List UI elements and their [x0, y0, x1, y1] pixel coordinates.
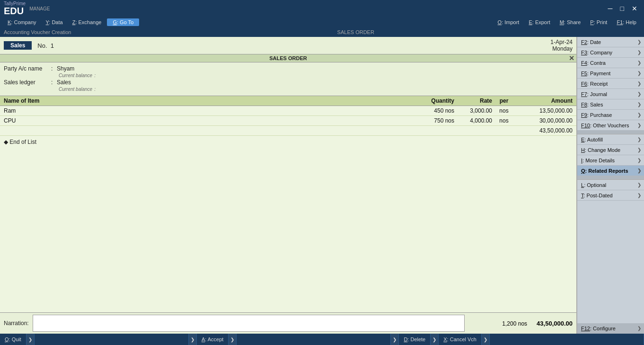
sidebar-spacer	[577, 201, 644, 323]
item-amount-ram: 13,50,000.00	[516, 107, 573, 114]
sidebar-f5-payment[interactable]: F5: Payment ❯	[577, 68, 644, 79]
bottom-spacer-3	[490, 334, 644, 345]
title-bar: TallyPrime EDU MANAGE ─ □ ✕	[0, 0, 644, 17]
party-name-value: Shyam	[57, 65, 74, 72]
menu-import[interactable]: O: Import	[494, 18, 523, 26]
manage-label: MANAGE	[29, 6, 50, 11]
minimize-button[interactable]: ─	[605, 4, 616, 13]
menu-data[interactable]: Y: Data	[42, 18, 67, 26]
item-per-ram: nos	[492, 107, 516, 114]
narration-input[interactable]	[33, 315, 465, 332]
sales-ledger-label: Sales ledger	[4, 79, 51, 86]
sales-current-balance: Current balance	[57, 87, 92, 92]
total-amount: 43,50,000.00	[537, 320, 573, 327]
sales-ledger-row: Sales ledger : Sales	[4, 79, 573, 86]
item-amount-cpu: 30,00,000.00	[516, 117, 573, 124]
bottom-spacer-2	[237, 334, 391, 345]
restore-button[interactable]: □	[618, 4, 627, 13]
accept-arrow-right[interactable]: ❯	[229, 334, 237, 345]
party-name-row: Party A/c name : Shyam	[4, 65, 573, 72]
sidebar-f10-other-vouchers[interactable]: F10: Other Vouchers ❯	[577, 120, 644, 131]
bottom-cancel-vch[interactable]: X: Cancel Vch	[439, 334, 482, 345]
item-rate-cpu: 4,000.00	[454, 117, 492, 124]
col-rate-header: Rate	[454, 97, 492, 104]
app-branding: TallyPrime EDU	[4, 1, 26, 16]
bottom-accept[interactable]: A: Accept	[197, 334, 229, 345]
subtotal-amount: 43,50,000.00	[516, 127, 573, 134]
menu-help[interactable]: F1: Help	[613, 18, 640, 26]
quit-arrow[interactable]: ❯	[26, 334, 35, 345]
subtotal-row: 43,50,000.00	[0, 126, 576, 136]
accept-arrow-left[interactable]: ❯	[189, 334, 197, 345]
col-amount-header: Amount	[516, 97, 573, 104]
table-header: Name of Item Quantity Rate per Amount	[0, 96, 576, 106]
bottom-quit[interactable]: Q: Quit	[0, 334, 26, 345]
menu-share[interactable]: M: Share	[556, 18, 585, 26]
sidebar-divider-2	[577, 176, 644, 180]
party-name-label: Party A/c name	[4, 65, 51, 72]
bottom-spacer-1	[35, 334, 189, 345]
sidebar-f12-configure[interactable]: F12: Configure ❯	[577, 323, 644, 334]
col-per-header: per	[492, 97, 516, 104]
sidebar-f2-date[interactable]: F2: Date ❯	[577, 37, 644, 47]
menu-goto[interactable]: G: Go To	[107, 18, 139, 26]
window-controls: ─ □ ✕	[605, 4, 640, 13]
menu-exchange[interactable]: Z: Exchange	[69, 18, 106, 26]
sidebar-divider-1	[577, 131, 644, 134]
table-row[interactable]: CPU 750 nos 4,000.00 nos 30,00,000.00	[0, 116, 576, 126]
title-bar-left: TallyPrime EDU MANAGE	[4, 1, 53, 16]
sales-order-header: SALES ORDER ✕	[0, 54, 576, 62]
item-qty-cpu: 750 nos	[407, 117, 454, 124]
delete-arrow-right[interactable]: ❯	[431, 334, 439, 345]
items-table: Name of Item Quantity Rate per Amount Ra…	[0, 96, 576, 312]
voucher-no-label: No. 1	[37, 42, 54, 49]
item-name-cpu: CPU	[4, 117, 407, 124]
menu-print[interactable]: P: Print	[586, 18, 611, 26]
close-icon[interactable]: ✕	[569, 54, 574, 62]
sidebar-i-more-details[interactable]: I: More Details ❯	[577, 155, 644, 166]
main-layout: Sales No. 1 1-Apr-24 Monday SALES ORDER …	[0, 37, 644, 334]
content-area: Sales No. 1 1-Apr-24 Monday SALES ORDER …	[0, 37, 577, 334]
narration-totals: 1,200 nos 43,50,000.00	[468, 320, 573, 327]
sidebar-f9-purchase[interactable]: F9: Purchase ❯	[577, 110, 644, 120]
sales-balance-row: Current balance :	[4, 87, 573, 92]
sidebar-f8-sales[interactable]: F8: Sales ❯	[577, 99, 644, 110]
total-qty: 1,200 nos	[502, 320, 527, 327]
sub-header: Accounting Voucher Creation SALES ORDER	[0, 27, 644, 37]
content-header: Sales No. 1 1-Apr-24 Monday	[0, 37, 576, 54]
item-rate-ram: 3,000.00	[454, 107, 492, 114]
sidebar-q-related-reports[interactable]: Q: Related Reports ❯	[577, 166, 644, 176]
col-qty-header: Quantity	[407, 97, 454, 104]
item-per-cpu: nos	[492, 117, 516, 124]
app-edition: EDU	[4, 6, 26, 16]
menu-export[interactable]: E: Export	[525, 18, 554, 26]
bottom-bar: Q: Quit ❯ ❯ A: Accept ❯ ❯ D: Delete ❯ X:…	[0, 334, 644, 345]
item-name-ram: Ram	[4, 107, 407, 114]
voucher-creation-label: Accounting Voucher Creation	[4, 29, 71, 35]
sidebar-f4-contra[interactable]: F4: Contra ❯	[577, 58, 644, 68]
voucher-date: 1-Apr-24 Monday	[550, 39, 573, 52]
sidebar-f6-receipt[interactable]: F6: Receipt ❯	[577, 79, 644, 89]
end-of-list: ◆ End of List	[0, 136, 576, 148]
menu-company[interactable]: K: Company	[4, 18, 40, 26]
menu-bar: K: Company Y: Data Z: Exchange G: Go To …	[0, 17, 644, 27]
sidebar-f3-company[interactable]: F3: Company ❯	[577, 47, 644, 58]
narration-label: Narration:	[4, 320, 29, 327]
sidebar-e-autofill[interactable]: E: Autofill ❯	[577, 134, 644, 145]
sidebar-h-change-mode[interactable]: H: Change Mode ❯	[577, 145, 644, 155]
sales-order-title: SALES ORDER	[269, 55, 307, 61]
sales-ledger-value: Sales	[57, 79, 71, 86]
cancel-vch-arrow[interactable]: ❯	[482, 334, 490, 345]
sales-order-label: SALES ORDER	[337, 29, 374, 35]
delete-arrow-left[interactable]: ❯	[391, 334, 399, 345]
col-name-header: Name of Item	[4, 97, 407, 104]
sidebar-t-post-dated[interactable]: T: Post-Dated ❯	[577, 190, 644, 201]
sidebar-l-optional[interactable]: L: Optional ❯	[577, 180, 644, 190]
close-button[interactable]: ✕	[629, 4, 640, 13]
table-body: Ram 450 nos 3,000.00 nos 13,50,000.00 CP…	[0, 106, 576, 148]
sidebar-f7-journal[interactable]: F7: Journal ❯	[577, 89, 644, 99]
party-section: Party A/c name : Shyam Current balance :…	[0, 62, 576, 96]
table-row[interactable]: Ram 450 nos 3,000.00 nos 13,50,000.00	[0, 106, 576, 116]
party-balance-row: Current balance :	[4, 73, 573, 78]
bottom-delete[interactable]: D: Delete	[399, 334, 431, 345]
